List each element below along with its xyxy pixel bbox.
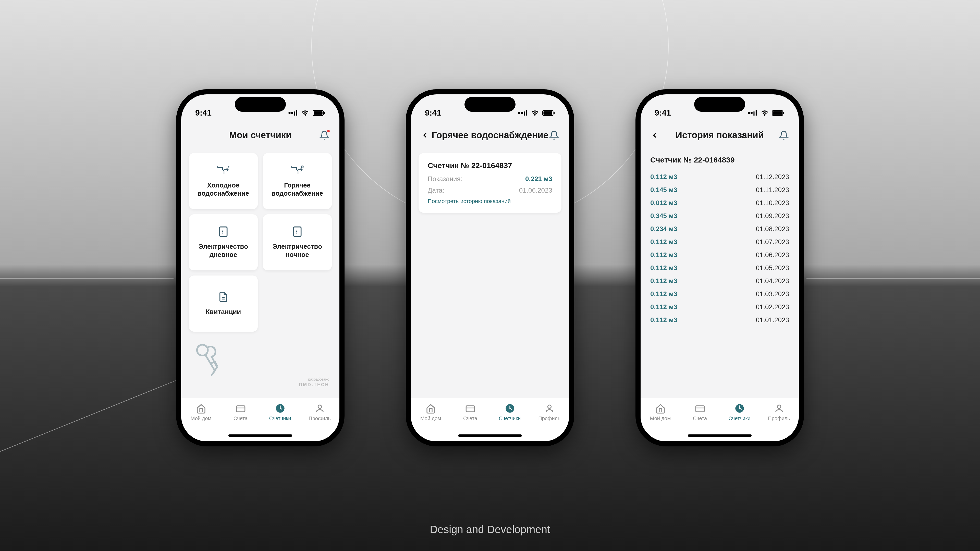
svg-rect-12: [554, 112, 555, 114]
svg-rect-13: [466, 406, 474, 412]
tab-label: Счета: [693, 416, 707, 421]
tile-label: Электричество ночное: [268, 242, 327, 259]
svg-point-15: [548, 405, 551, 408]
back-button[interactable]: [651, 131, 659, 139]
caption: Design and Development: [430, 524, 550, 536]
svg-rect-7: [236, 406, 245, 412]
tab-bar: Мой дом Счета Счетчики Профиль: [181, 398, 339, 441]
status-time: 9:41: [425, 108, 441, 118]
keys-decoration-icon: [189, 339, 332, 383]
tile-label: Холодное водоснабжение: [194, 181, 253, 198]
tab-meters[interactable]: Счетчики: [720, 403, 759, 421]
history-value: 0.112 м3: [650, 238, 677, 246]
cold-water-icon: [216, 165, 231, 176]
svg-rect-18: [783, 112, 784, 114]
tab-label: Профиль: [538, 416, 560, 421]
date-label: Дата:: [428, 186, 444, 194]
home-indicator[interactable]: [688, 434, 752, 437]
tile-cold-water[interactable]: Холодное водоснабжение: [189, 153, 258, 209]
svg-rect-17: [773, 111, 782, 115]
history-value: 0.012 м3: [650, 199, 677, 207]
svg-point-9: [318, 405, 321, 408]
tile-hot-water[interactable]: Горячее водоснабжение: [263, 153, 332, 209]
page-title: Горячее водоснабждение: [431, 130, 548, 141]
reading-label: Показания:: [428, 175, 463, 183]
meter-number: Счетчик № 22-0164839: [650, 156, 789, 164]
history-date: 01.03.2023: [756, 290, 789, 298]
tab-label: Счетчики: [729, 416, 751, 421]
tab-bar: Мой дом Счета Счетчики Профиль: [641, 398, 799, 441]
notification-dot-icon: [327, 130, 330, 132]
tab-meters[interactable]: Счетчики: [260, 403, 300, 421]
history-row: 0.112 м301.02.2023: [648, 300, 791, 313]
phone-history: 9:41 История показаний Счетчик № 22-0164…: [635, 89, 804, 446]
tab-label: Мой дом: [420, 416, 441, 421]
tab-profile[interactable]: Профиль: [300, 403, 339, 421]
tab-meters[interactable]: Счетчики: [490, 403, 530, 421]
history-date: 01.06.2023: [756, 251, 789, 259]
tab-label: Счета: [234, 416, 248, 421]
history-date: 01.07.2023: [756, 238, 789, 246]
tab-bills[interactable]: Счета: [680, 403, 720, 421]
view-history-link[interactable]: Посмотреть историю показаний: [428, 198, 552, 205]
svg-point-21: [777, 405, 781, 408]
cellular-icon: [518, 108, 528, 118]
svg-rect-2: [324, 112, 325, 114]
cellular-icon: [748, 108, 757, 118]
electricity-icon: [218, 226, 229, 237]
home-indicator[interactable]: [228, 434, 292, 437]
cellular-icon: [288, 108, 298, 118]
page-title: Мои счетчики: [229, 130, 291, 141]
tile-label: Квитанции: [206, 308, 241, 316]
history-row: 0.112 м301.04.2023: [648, 275, 791, 287]
wifi-icon: [531, 110, 539, 116]
notifications-button[interactable]: [779, 130, 789, 140]
tab-bills[interactable]: Счета: [450, 403, 490, 421]
tab-label: Мой дом: [191, 416, 211, 421]
tab-bills[interactable]: Счета: [221, 403, 260, 421]
tab-home[interactable]: Мой дом: [411, 403, 450, 421]
history-date: 01.04.2023: [756, 277, 789, 285]
svg-rect-19: [696, 406, 704, 412]
svg-rect-1: [313, 111, 322, 115]
tile-electricity-day[interactable]: Электричество дневное: [189, 214, 258, 270]
history-row: 0.145 м301.11.2023: [648, 183, 791, 197]
battery-icon: [772, 110, 785, 116]
tab-home[interactable]: Мой дом: [181, 403, 221, 421]
tab-label: Профиль: [309, 416, 331, 421]
page-title: История показаний: [676, 130, 764, 141]
history-value: 0.112 м3: [650, 264, 677, 272]
history-row: 0.112 м301.07.2023: [648, 235, 791, 248]
tile-electricity-night[interactable]: Электричество ночное: [263, 214, 332, 270]
home-indicator[interactable]: [458, 434, 522, 437]
tile-label: Горячее водоснабжение: [268, 181, 327, 198]
battery-icon: [313, 110, 325, 116]
history-value: 0.112 м3: [650, 316, 677, 324]
history-value: 0.112 м3: [650, 290, 677, 298]
notifications-button[interactable]: [320, 130, 329, 140]
history-value: 0.112 м3: [650, 251, 677, 259]
history-date: 01.10.2023: [756, 199, 789, 207]
tab-home[interactable]: Мой дом: [641, 403, 680, 421]
status-time: 9:41: [195, 108, 212, 118]
history-date: 01.08.2023: [756, 225, 789, 233]
tile-receipts[interactable]: Квитанции: [189, 275, 258, 332]
tab-label: Счетчики: [269, 416, 291, 421]
svg-rect-11: [543, 111, 552, 115]
history-value: 0.345 м3: [650, 212, 677, 220]
tab-profile[interactable]: Профиль: [530, 403, 569, 421]
history-row: 0.112 м301.01.2023: [648, 313, 791, 327]
date-value: 01.06.2023: [519, 186, 552, 194]
tab-label: Мой дом: [650, 416, 671, 421]
phone-meter-detail: 9:41 Горячее водоснабждение Счетчик № 22…: [406, 89, 574, 446]
hot-water-icon: [290, 165, 304, 176]
phone-meters-list: 9:41 Мои счетчики Холодное водоснабжение: [176, 89, 345, 446]
history-row: 0.234 м301.08.2023: [648, 222, 791, 235]
history-row: 0.345 м301.09.2023: [648, 210, 791, 222]
tab-bar: Мой дом Счета Счетчики Профиль: [411, 398, 569, 441]
battery-icon: [542, 110, 555, 116]
notifications-button[interactable]: [549, 130, 559, 140]
back-button[interactable]: [421, 131, 429, 139]
history-date: 01.11.2023: [756, 186, 789, 194]
tab-profile[interactable]: Профиль: [759, 403, 799, 421]
